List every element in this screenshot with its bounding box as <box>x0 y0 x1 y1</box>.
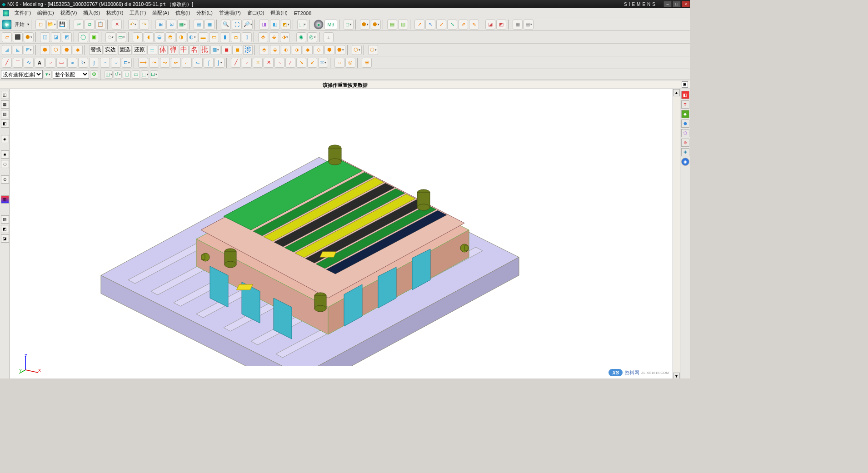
rp-4-icon[interactable]: ⬟ <box>681 119 689 128</box>
new-icon[interactable]: ◻ <box>35 20 45 30</box>
thick-icon[interactable]: ▮ <box>220 32 230 42</box>
target-icon[interactable]: ⊕ <box>362 58 372 68</box>
csys4-icon[interactable]: ⤡ <box>447 20 457 30</box>
rp-6-icon[interactable]: ⊕ <box>681 139 689 147</box>
tool-a-icon[interactable]: ⊞ <box>155 20 165 30</box>
proj1-icon[interactable]: ⟿ <box>138 58 148 68</box>
selection-filter-select[interactable]: 没有选择过滤器 <box>1 70 43 79</box>
zhong-button[interactable]: 中 <box>179 45 189 55</box>
trim3-icon[interactable]: ⤬ <box>253 58 263 68</box>
crv3-icon[interactable]: ⌣ <box>111 58 121 68</box>
wave1-icon[interactable]: ≈ <box>67 58 77 68</box>
text-A-icon[interactable]: A <box>35 58 45 68</box>
an10-icon[interactable]: ⬠ <box>368 45 378 55</box>
sweep1-icon[interactable]: ◗ <box>133 32 143 42</box>
status-collapse-button[interactable]: ▣ <box>682 81 688 88</box>
cut-icon[interactable]: ✂ <box>74 20 84 30</box>
zoom-icon[interactable]: 🔍 <box>221 20 231 30</box>
extrude-icon[interactable]: ⬛ <box>13 32 23 42</box>
rp-2-icon[interactable]: T <box>681 100 689 109</box>
proj7-icon[interactable]: ⌠ <box>204 58 214 68</box>
stripes-icon[interactable]: ☰ <box>147 45 157 55</box>
rp-7-icon[interactable]: ✚ <box>681 148 689 156</box>
shade1-icon[interactable]: ◨ <box>259 20 269 30</box>
menu-tools[interactable]: 工具(T) <box>127 10 149 16</box>
menu-file[interactable]: 文件(F) <box>12 10 34 16</box>
line-icon[interactable]: ╱ <box>2 58 12 68</box>
sel3-icon[interactable]: ▢ <box>123 70 131 79</box>
sel2-icon[interactable]: ↺ <box>114 70 122 79</box>
datum-axis-icon[interactable]: ▭ <box>116 32 126 42</box>
an5-icon[interactable]: ◆ <box>303 45 313 55</box>
an9-icon[interactable]: ⬡ <box>352 45 362 55</box>
surf1-icon[interactable]: ◢ <box>2 45 12 55</box>
lp-1-icon[interactable]: ◫ <box>1 91 9 99</box>
save-icon[interactable]: 💾 <box>57 20 67 30</box>
box-icon[interactable]: ◻ <box>344 20 354 30</box>
an4-icon[interactable]: ⬗ <box>292 45 302 55</box>
menu-window[interactable]: 窗口(O) <box>244 10 267 16</box>
dim-icon[interactable]: ⟂ <box>324 32 334 42</box>
helix-icon[interactable]: ⌇ <box>78 58 88 68</box>
csys5-icon[interactable]: ⇗ <box>458 20 468 30</box>
arc-icon[interactable]: ⌒ <box>13 58 23 68</box>
rp-3-icon[interactable]: ◆ <box>681 110 689 118</box>
vertical-scrollbar[interactable]: ▲ ▼ <box>673 89 680 378</box>
render-icon[interactable]: ● <box>314 20 324 30</box>
trim1-icon[interactable]: ╱ <box>231 58 241 68</box>
assembly-filter-select[interactable]: 整个装配 <box>53 70 89 79</box>
pat2-icon[interactable]: ◎ <box>307 32 317 42</box>
prim2-icon[interactable]: ⬡ <box>51 45 61 55</box>
menu-prefs[interactable]: 首选项(P) <box>216 10 244 16</box>
fit-icon[interactable]: ⛶ <box>232 20 242 30</box>
trim7-icon[interactable]: ↘ <box>296 58 306 68</box>
cube3-icon[interactable]: ◩ <box>62 32 72 42</box>
sweep5-icon[interactable]: ◑ <box>176 32 186 42</box>
an2-icon[interactable]: ⬙ <box>270 45 280 55</box>
bool2-icon[interactable]: ⬙ <box>269 32 279 42</box>
lp-9-icon[interactable]: ▥ <box>1 195 9 204</box>
menu-edit[interactable]: 编辑(E) <box>35 10 57 16</box>
lp-8-icon[interactable]: ⊙ <box>1 175 9 184</box>
an8-icon[interactable]: ⬣ <box>335 45 345 55</box>
surf3-icon[interactable]: ◤ <box>24 45 34 55</box>
lp-12-icon[interactable]: ◪ <box>1 234 9 243</box>
trim2-icon[interactable]: ⟋ <box>242 58 252 68</box>
menu-assembly[interactable]: 装配(A) <box>150 10 172 16</box>
filter-cfg-icon[interactable]: ⚙ <box>90 70 98 79</box>
assy1-icon[interactable]: ⬢ <box>360 20 370 30</box>
datum-plane-icon[interactable]: ◇ <box>105 32 115 42</box>
she-button[interactable]: 涉 <box>243 45 253 55</box>
m3-button[interactable]: M3 <box>324 20 337 30</box>
proj4-icon[interactable]: ↜ <box>171 58 181 68</box>
circle2-icon[interactable]: ◎ <box>345 58 355 68</box>
rp-5-icon[interactable]: ⬠ <box>681 129 689 137</box>
sweep3-icon[interactable]: ◒ <box>155 32 165 42</box>
mirr1-icon[interactable]: ◪ <box>485 20 495 30</box>
trim9-icon[interactable]: ⤱ <box>318 58 328 68</box>
sel1-icon[interactable]: ◫ <box>105 70 113 79</box>
lp-6-icon[interactable]: ■ <box>1 150 9 159</box>
surf2-icon[interactable]: ◣ <box>13 45 23 55</box>
menu-format[interactable]: 格式(R) <box>104 10 126 16</box>
div-line-icon[interactable]: ⟋ <box>45 58 55 68</box>
shell-icon[interactable]: ◘ <box>231 32 241 42</box>
hole-icon[interactable]: ◯ <box>78 32 88 42</box>
lp-11-icon[interactable]: ◩ <box>1 225 9 233</box>
layer1-icon[interactable]: ▤ <box>387 20 397 30</box>
rp-8-icon[interactable]: ◉ <box>681 158 689 166</box>
sel6-icon[interactable]: ⊡ <box>150 70 158 79</box>
cut-ext-icon[interactable]: ▣ <box>89 32 99 42</box>
trim4-icon[interactable]: ✕ <box>264 58 274 68</box>
lp-7-icon[interactable]: ◌ <box>1 160 9 168</box>
tool-b-icon[interactable]: ⊡ <box>166 20 176 30</box>
lp-10-icon[interactable]: ▨ <box>1 215 9 224</box>
grid1-icon[interactable]: ▦ <box>513 20 523 30</box>
replace-button[interactable]: 替换 <box>89 45 103 55</box>
wireframe-icon[interactable]: ⬚ <box>297 20 307 30</box>
mirr2-icon[interactable]: ◩ <box>496 20 506 30</box>
colorbox-icon[interactable]: ▦ <box>210 45 220 55</box>
redo-icon[interactable]: ↷ <box>139 20 149 30</box>
graphics-canvas[interactable]: Z X Y XS 资料网 ZL.XS1616.COM <box>10 89 673 378</box>
yelcube-icon[interactable]: ◼ <box>232 45 242 55</box>
